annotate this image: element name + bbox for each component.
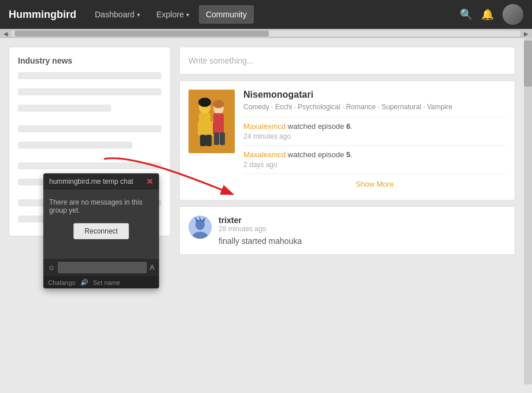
user-link-2[interactable]: Maxalexmcd <box>243 150 286 159</box>
poster-username[interactable]: trixter <box>219 216 302 225</box>
dashboard-caret: ▾ <box>137 12 140 18</box>
anime-info: Nisemonogatari Comedy · Ecchi · Psycholo… <box>243 90 506 191</box>
poster-avatar[interactable] <box>189 216 212 239</box>
time-ago-2: 2 days ago <box>243 161 506 169</box>
chat-emoji-icon[interactable]: ☺ <box>48 264 55 272</box>
nav-explore[interactable]: Explore ▾ <box>150 5 196 24</box>
notification-icon[interactable]: 🔔 <box>481 8 494 21</box>
svg-rect-3 <box>198 121 202 136</box>
horizontal-scrollbar[interactable]: ◀ ▶ <box>0 29 532 38</box>
chat-bold-icon[interactable]: A <box>150 264 154 272</box>
vertical-scroll-thumb <box>524 40 532 87</box>
post-text: finally started mahouka <box>219 236 302 246</box>
activity-line-2: Maxalexmcd watched episode 5. <box>243 150 506 159</box>
anime-genres: Comedy · Ecchi · Psychological · Romance… <box>243 103 506 111</box>
chat-close-button[interactable]: ✕ <box>146 177 153 186</box>
write-box[interactable]: Write something... <box>179 47 515 75</box>
svg-rect-5 <box>200 135 206 146</box>
chat-header: hummingbird.me temp chat ✕ <box>43 173 159 190</box>
activity-line-1: Maxalexmcd watched episode 6. <box>243 122 506 131</box>
skeleton-line-1 <box>18 72 161 79</box>
navbar: Hummingbird Dashboard ▾ Explore ▾ Commun… <box>0 0 532 29</box>
nav-dashboard[interactable]: Dashboard ▾ <box>88 5 147 24</box>
user-post: trixter 28 minutes ago finally started m… <box>189 216 506 246</box>
scroll-thumb <box>14 31 269 36</box>
brand-logo[interactable]: Hummingbird <box>9 9 76 21</box>
chat-title: hummingbird.me temp chat <box>49 177 133 186</box>
chatango-label: Chatango <box>48 279 76 286</box>
user-avatar[interactable] <box>503 4 523 25</box>
write-placeholder[interactable]: Write something... <box>189 56 506 65</box>
set-name-label[interactable]: Set name <box>93 279 120 286</box>
sidebar-title: Industry news <box>18 56 161 65</box>
chat-body: There are no messages in this group yet.… <box>43 190 159 259</box>
svg-rect-12 <box>214 132 219 145</box>
speaker-icon[interactable]: 🔊 <box>80 279 88 286</box>
svg-point-7 <box>198 98 211 107</box>
time-ago-1: 24 minutes ago <box>243 132 506 140</box>
post-time: 28 minutes ago <box>219 225 302 233</box>
chat-footer: ☺ A <box>43 259 159 276</box>
scroll-left-arrow[interactable]: ◀ <box>1 31 10 37</box>
explore-caret: ▾ <box>186 12 189 18</box>
scroll-track[interactable] <box>12 31 520 36</box>
skeleton-line-2 <box>18 88 161 95</box>
nav-right: 🔍 🔔 <box>460 4 523 25</box>
nav-links: Dashboard ▾ Explore ▾ Community <box>88 5 254 24</box>
divider-2 <box>243 145 506 146</box>
skeleton-line-4 <box>18 125 161 132</box>
poster-avatar-image <box>189 216 212 239</box>
skeleton-line-6 <box>18 162 161 169</box>
skeleton-line-5 <box>18 142 132 149</box>
search-icon[interactable]: 🔍 <box>460 8 472 21</box>
svg-point-14 <box>213 100 224 108</box>
anime-title[interactable]: Nisemonogatari <box>243 90 506 100</box>
anime-cover-image <box>189 90 235 153</box>
user-post-card: trixter 28 minutes ago finally started m… <box>179 206 515 255</box>
svg-rect-13 <box>220 132 225 145</box>
svg-rect-6 <box>206 135 212 146</box>
reconnect-button[interactable]: Reconnect <box>73 223 128 239</box>
chat-overlay: hummingbird.me temp chat ✕ There are no … <box>43 173 159 288</box>
post-content: trixter 28 minutes ago finally started m… <box>219 216 302 246</box>
activity-text-2: watched episode 5. <box>288 150 353 159</box>
anime-entry: Nisemonogatari Comedy · Ecchi · Psycholo… <box>189 90 506 191</box>
anime-cover[interactable] <box>189 90 235 153</box>
chat-bottom-bar: Chatango 🔊 Set name <box>43 276 159 288</box>
skeleton-line-3 <box>18 105 111 112</box>
anime-activity-card: Nisemonogatari Comedy · Ecchi · Psycholo… <box>179 80 515 201</box>
chat-input[interactable] <box>58 262 147 273</box>
activity-text-1: watched episode 6. <box>288 122 353 131</box>
vertical-scrollbar[interactable] <box>524 38 532 384</box>
user-link-1[interactable]: Maxalexmcd <box>243 122 286 131</box>
nav-community[interactable]: Community <box>199 5 254 24</box>
feed: Write something... <box>179 47 515 255</box>
chat-empty-message: There are no messages in this group yet. <box>49 198 142 214</box>
show-more-button[interactable]: Show More <box>243 173 506 191</box>
divider-1 <box>243 117 506 117</box>
scroll-right-arrow[interactable]: ▶ <box>522 31 531 37</box>
